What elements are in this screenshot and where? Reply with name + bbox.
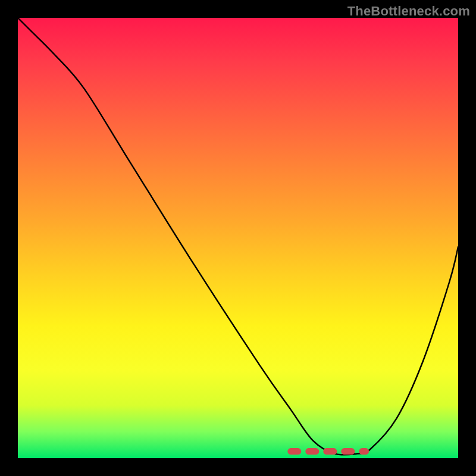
watermark-text: TheBottleneck.com <box>347 4 470 19</box>
curve-svg <box>18 18 458 458</box>
bottleneck-curve <box>18 18 458 455</box>
chart-container: TheBottleneck.com <box>0 0 476 476</box>
plot-area <box>18 18 458 458</box>
